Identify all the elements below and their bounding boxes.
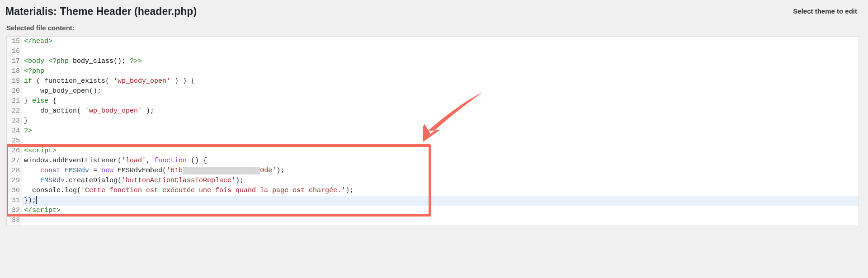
code-content[interactable]: </script> [22, 206, 859, 216]
code-content[interactable]: </head> [22, 37, 859, 47]
code-content[interactable]: EMSRdv.createDialog('buttonActionClassTo… [22, 176, 859, 186]
code-content[interactable]: wp_body_open(); [22, 86, 859, 96]
code-content[interactable]: } else { [22, 96, 859, 106]
line-number: 21 [7, 96, 22, 106]
line-number: 16 [7, 47, 22, 57]
code-line[interactable]: 33 [7, 216, 859, 226]
line-number: 23 [7, 116, 22, 126]
line-number: 32 [7, 206, 22, 216]
code-line[interactable]: 24?> [7, 126, 859, 136]
code-line[interactable]: 22 do_action( 'wp_body_open' ); [7, 106, 859, 116]
line-number: 19 [7, 76, 22, 86]
page-title: Materialis: Theme Header (header.php) [5, 5, 197, 18]
line-number: 26 [7, 146, 22, 156]
select-theme-link[interactable]: Select theme to edit [793, 4, 859, 15]
code-line[interactable]: 21} else { [7, 96, 859, 106]
code-content[interactable]: if ( function_exists( 'wp_body_open' ) )… [22, 76, 859, 86]
line-number: 30 [7, 186, 22, 196]
line-number: 18 [7, 66, 22, 76]
code-content[interactable]: console.log('Cette fonction est exécutée… [22, 186, 859, 196]
code-content[interactable]: do_action( 'wp_body_open' ); [22, 106, 859, 116]
code-line[interactable]: 29 EMSRdv.createDialog('buttonActionClas… [7, 176, 859, 186]
line-number: 31 [7, 196, 22, 206]
code-content[interactable] [22, 47, 859, 57]
line-number: 20 [7, 86, 22, 96]
code-line[interactable]: 17<body <?php body_class(); ?>> [7, 57, 859, 66]
line-number: 28 [7, 166, 22, 176]
selected-file-label: Selected file content: [6, 24, 859, 32]
code-line[interactable]: 23} [7, 116, 859, 126]
line-number: 22 [7, 106, 22, 116]
code-line[interactable]: 26<script> [7, 146, 859, 156]
code-line[interactable]: 19if ( function_exists( 'wp_body_open' )… [7, 76, 859, 86]
line-number: 24 [7, 126, 22, 136]
code-content[interactable] [22, 136, 859, 146]
code-line[interactable]: 30 console.log('Cette fonction est exécu… [7, 186, 859, 196]
code-line[interactable]: 25 [7, 136, 859, 146]
code-content[interactable]: <body <?php body_class(); ?>> [22, 57, 859, 66]
code-content[interactable] [22, 216, 859, 226]
line-number: 29 [7, 176, 22, 186]
code-content[interactable]: const EMSRdv = new EMSRdvEmbed('61bxxxxx… [22, 166, 859, 176]
line-number: 15 [7, 37, 22, 47]
code-content[interactable]: window.addEventListener('load', function… [22, 156, 859, 166]
code-line[interactable]: 18<?php [7, 66, 859, 76]
code-line[interactable]: 31}); [7, 196, 859, 206]
code-content[interactable]: ?> [22, 126, 859, 136]
line-number: 17 [7, 57, 22, 66]
code-line[interactable]: 28 const EMSRdv = new EMSRdvEmbed('61bxx… [7, 166, 859, 176]
code-editor[interactable]: 15</head>1617<body <?php body_class(); ?… [6, 36, 859, 226]
code-line[interactable]: 27window.addEventListener('load', functi… [7, 156, 859, 166]
code-content[interactable]: } [22, 116, 859, 126]
code-line[interactable]: 32</script> [7, 206, 859, 216]
code-line[interactable]: 20 wp_body_open(); [7, 86, 859, 96]
line-number: 27 [7, 156, 22, 166]
code-content[interactable]: }); [22, 196, 859, 206]
line-number: 33 [7, 216, 22, 226]
code-content[interactable]: <script> [22, 146, 859, 156]
code-line[interactable]: 15</head> [7, 37, 859, 47]
code-line[interactable]: 16 [7, 47, 859, 57]
code-content[interactable]: <?php [22, 66, 859, 76]
line-number: 25 [7, 136, 22, 146]
